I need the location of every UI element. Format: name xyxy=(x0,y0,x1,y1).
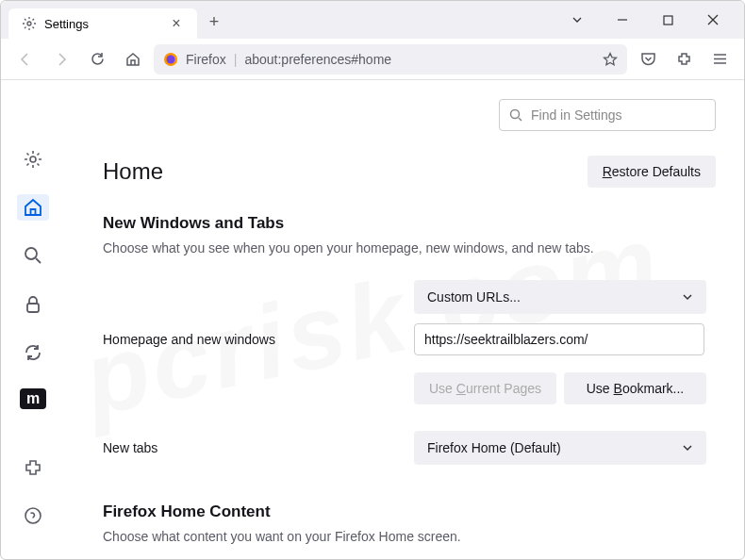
svg-rect-2 xyxy=(664,16,672,25)
urlbar-url: about:preferences#home xyxy=(244,52,595,67)
svg-point-6 xyxy=(167,55,175,63)
section-title-2: Firefox Home Content xyxy=(103,502,716,521)
svg-point-0 xyxy=(27,22,31,25)
sidebar-item-privacy[interactable] xyxy=(17,291,49,317)
back-button[interactable] xyxy=(10,44,41,74)
svg-point-15 xyxy=(511,109,520,118)
pocket-icon[interactable] xyxy=(633,44,663,74)
sidebar-item-general[interactable] xyxy=(17,146,49,172)
restore-defaults-button[interactable]: RRestore Defaultsestore Defaults xyxy=(588,156,716,188)
sidebar-item-home[interactable] xyxy=(17,194,49,220)
gear-icon xyxy=(22,16,37,31)
svg-rect-13 xyxy=(27,304,39,312)
homepage-url-input[interactable] xyxy=(414,323,704,355)
main-content: Find in Settings Home RRestore Defaultse… xyxy=(65,80,744,559)
use-current-pages-button[interactable]: Use Current Pages xyxy=(414,372,556,404)
sidebar-item-sync[interactable] xyxy=(17,339,49,365)
use-bookmark-button[interactable]: Use Bookmark... xyxy=(564,372,706,404)
urlbar-label: Firefox xyxy=(186,52,226,67)
menu-icon[interactable] xyxy=(704,44,735,74)
svg-line-12 xyxy=(36,258,41,263)
home-button[interactable] xyxy=(118,44,148,74)
section-desc-2: Choose what content you want on your Fir… xyxy=(103,529,716,544)
svg-line-16 xyxy=(519,118,522,121)
reload-button[interactable] xyxy=(82,44,112,74)
tab-bar: Settings × + xyxy=(1,1,744,39)
dropdown-value: Custom URLs... xyxy=(427,289,521,305)
homepage-label: Homepage and new windows xyxy=(103,332,414,347)
minimize-button[interactable] xyxy=(608,7,637,33)
close-icon[interactable]: × xyxy=(169,16,184,31)
svg-point-10 xyxy=(30,156,36,162)
sidebar-item-search[interactable] xyxy=(17,243,49,269)
sidebar-item-help[interactable] xyxy=(17,503,49,529)
sidebar-item-extensions[interactable] xyxy=(17,454,49,480)
toolbar: Firefox | about:preferences#home xyxy=(1,39,744,80)
search-input[interactable]: Find in Settings xyxy=(499,99,716,131)
extensions-icon[interactable] xyxy=(669,44,699,74)
dropdown-value: Firefox Home (Default) xyxy=(427,440,561,455)
sidebar: m xyxy=(1,80,65,559)
section-desc: Choose what you see when you open your h… xyxy=(103,240,716,255)
forward-button[interactable] xyxy=(46,44,76,74)
star-icon[interactable] xyxy=(603,52,618,67)
new-tab-button[interactable]: + xyxy=(201,8,227,35)
sidebar-item-more[interactable]: m xyxy=(20,388,46,410)
tab-settings[interactable]: Settings × xyxy=(8,8,197,39)
close-button[interactable] xyxy=(699,7,727,33)
search-placeholder: Find in Settings xyxy=(531,107,622,123)
svg-point-11 xyxy=(25,248,37,259)
newtabs-label: New tabs xyxy=(103,440,414,455)
url-bar[interactable]: Firefox | about:preferences#home xyxy=(154,44,627,74)
section-title: New Windows and Tabs xyxy=(103,214,716,233)
homepage-mode-dropdown[interactable]: Custom URLs... xyxy=(414,280,706,314)
newtabs-dropdown[interactable]: Firefox Home (Default) xyxy=(414,431,706,465)
page-title: Home xyxy=(103,158,163,185)
firefox-icon xyxy=(163,52,178,67)
tab-title: Settings xyxy=(44,17,89,31)
chevron-down-icon[interactable] xyxy=(563,7,591,33)
maximize-button[interactable] xyxy=(654,7,682,33)
